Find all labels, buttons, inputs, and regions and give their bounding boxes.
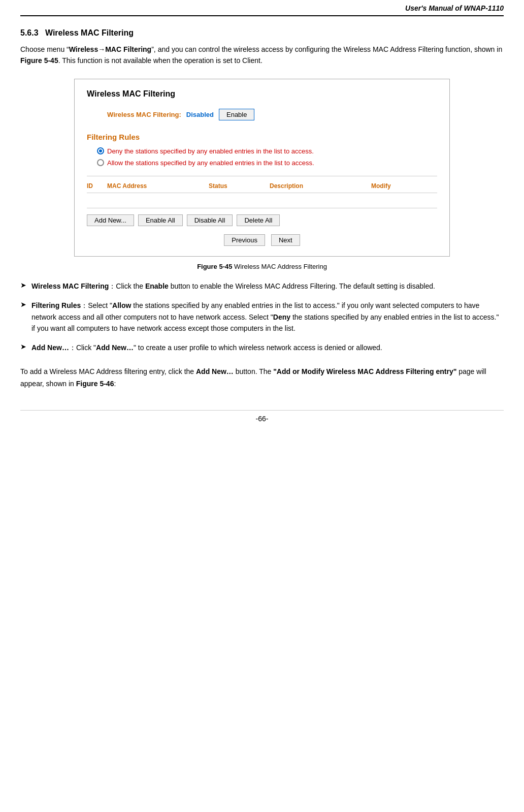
bullet1-bold: Enable bbox=[145, 282, 169, 290]
col-desc: Description bbox=[270, 182, 371, 190]
bullet-arrow-2: ➤ bbox=[20, 300, 26, 308]
header-title: User's Manual of WNAP-1110 bbox=[405, 4, 504, 12]
nav-button-row: Previous Next bbox=[87, 234, 437, 246]
bullet-section: ➤ Wireless MAC Filtering：Click the Enabl… bbox=[20, 280, 504, 354]
ui-box-title: Wireless MAC Filtering bbox=[87, 89, 437, 99]
caption-text: Wireless MAC Address Filtering bbox=[232, 263, 326, 270]
bullet-item-1: ➤ Wireless MAC Filtering：Click the Enabl… bbox=[20, 280, 504, 292]
action-button-row: Add New... Enable All Disable All Delete… bbox=[87, 214, 437, 226]
deny-radio-label: Deny the stations specified by any enabl… bbox=[107, 147, 314, 155]
allow-radio-row[interactable]: Allow the stations specified by any enab… bbox=[87, 159, 437, 167]
disable-all-button[interactable]: Disable All bbox=[187, 214, 233, 226]
figure-caption: Figure 5-45 Wireless MAC Address Filteri… bbox=[197, 263, 327, 270]
table-header-row: ID MAC Address Status Description Modify bbox=[87, 179, 437, 193]
intro-paragraph: Choose menu “Wireless→MAC Filtering”, an… bbox=[20, 44, 504, 67]
bullet2-sep: ： bbox=[81, 301, 88, 309]
col-mac: MAC Address bbox=[107, 182, 209, 190]
bullet1-label: Wireless MAC Filtering bbox=[31, 282, 109, 290]
section-title: 5.6.3 Wireless MAC Filtering bbox=[20, 28, 504, 38]
page-header: User's Manual of WNAP-1110 bbox=[20, 0, 504, 16]
deny-radio-row[interactable]: Deny the stations specified by any enabl… bbox=[87, 147, 437, 155]
deny-radio[interactable] bbox=[97, 147, 104, 154]
bullet3-sep: ： bbox=[69, 343, 76, 352]
ui-screenshot-box: Wireless MAC Filtering Wireless MAC Filt… bbox=[74, 79, 450, 257]
bullet3-bold: Add New… bbox=[96, 343, 134, 352]
bottom-bold2: "Add or Modify Wireless MAC Address Filt… bbox=[273, 367, 456, 376]
enable-button[interactable]: Enable bbox=[219, 109, 254, 120]
intro-part1: Choose menu “ bbox=[20, 45, 69, 53]
bullet-text-2: Filtering Rules：Select "Allow the statio… bbox=[31, 300, 504, 334]
bottom-bold3: Figure 5-46 bbox=[76, 380, 114, 388]
enable-all-button[interactable]: Enable All bbox=[138, 214, 183, 226]
bullet3-label: Add New… bbox=[31, 343, 69, 352]
mac-filter-status: Disabled bbox=[186, 111, 214, 118]
section-number: 5.6.3 bbox=[20, 28, 39, 37]
allow-radio[interactable] bbox=[97, 159, 104, 166]
col-modify: Modify bbox=[371, 182, 422, 190]
mac-table: ID MAC Address Status Description Modify bbox=[87, 176, 437, 208]
section-heading: Wireless MAC Filtering bbox=[45, 28, 134, 37]
caption-number: Figure 5-45 bbox=[197, 263, 232, 270]
bullet-arrow-1: ➤ bbox=[20, 281, 26, 289]
col-status: Status bbox=[209, 182, 270, 190]
bullet2-label: Filtering Rules bbox=[31, 301, 81, 309]
bullet2-bold2: Deny bbox=[273, 313, 290, 321]
figure-container: Wireless MAC Filtering Wireless MAC Filt… bbox=[20, 79, 504, 270]
intro-figure-bold: Figure 5-45 bbox=[20, 56, 58, 65]
allow-radio-label: Allow the stations specified by any enab… bbox=[107, 159, 314, 167]
page-number: -66- bbox=[20, 410, 504, 423]
bottom-paragraph: To add a Wireless MAC Address filtering … bbox=[20, 366, 504, 390]
bullet2-bold1: Allow bbox=[112, 301, 131, 309]
col-id: ID bbox=[87, 182, 107, 190]
filtering-rules-title: Filtering Rules bbox=[87, 133, 437, 141]
bullet-item-2: ➤ Filtering Rules：Select "Allow the stat… bbox=[20, 300, 504, 334]
bullet-item-3: ➤ Add New…：Click "Add New…" to create a … bbox=[20, 342, 504, 353]
bullet-text-3: Add New…：Click "Add New…" to create a us… bbox=[31, 342, 382, 353]
bullet1-sep: ： bbox=[109, 282, 116, 290]
next-button[interactable]: Next bbox=[271, 234, 300, 246]
add-new-button[interactable]: Add New... bbox=[87, 214, 134, 226]
bullet-text-1: Wireless MAC Filtering：Click the Enable … bbox=[31, 280, 435, 292]
table-body bbox=[87, 193, 437, 208]
intro-part2: ”, and you can control the wireless acce… bbox=[151, 45, 502, 53]
bottom-bold1: Add New… bbox=[196, 367, 234, 376]
delete-all-button[interactable]: Delete All bbox=[237, 214, 280, 226]
mac-filter-row: Wireless MAC Filtering: Disabled Enable bbox=[87, 109, 437, 120]
intro-menu-bold: Wireless→MAC Filtering bbox=[69, 45, 151, 53]
mac-filter-label: Wireless MAC Filtering: bbox=[107, 111, 181, 118]
bullet-arrow-3: ➤ bbox=[20, 342, 26, 351]
previous-button[interactable]: Previous bbox=[224, 234, 265, 246]
intro-part3: . This function is not available when th… bbox=[58, 56, 263, 65]
